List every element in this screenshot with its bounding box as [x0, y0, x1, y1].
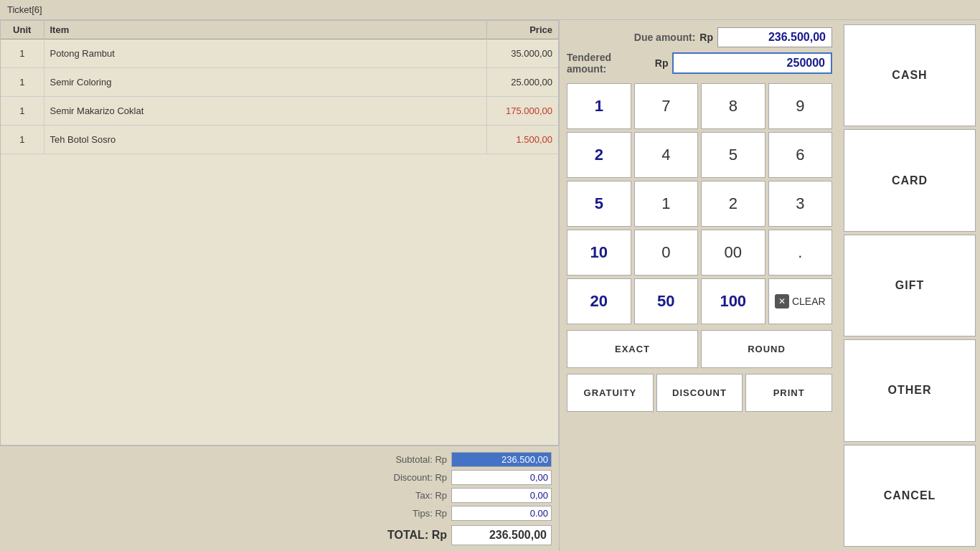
numpad-btn-10[interactable]: 10: [567, 230, 631, 276]
payment-section: CASH CARD GIFT OTHER CANCEL: [839, 20, 980, 551]
exact-button[interactable]: EXACT: [567, 330, 698, 368]
numpad-btn-9[interactable]: 9: [768, 83, 833, 129]
due-currency: Rp: [699, 32, 713, 43]
row-item: Teh Botol Sosro: [44, 126, 486, 154]
numpad-btn-00[interactable]: 00: [701, 230, 765, 276]
numpad-btn-20[interactable]: 20: [567, 278, 631, 324]
discount-button[interactable]: DISCOUNT: [656, 374, 743, 412]
numpad-btn-7[interactable]: 7: [634, 83, 699, 129]
tips-row: Tips: Rp: [7, 506, 552, 521]
numpad-btn-1[interactable]: 1: [634, 181, 699, 227]
col-header-unit: Unit: [1, 21, 44, 39]
numpad-btn-4[interactable]: 4: [634, 132, 699, 178]
row-unit: 1: [1, 126, 44, 154]
numpad-btn-2[interactable]: 2: [567, 132, 631, 178]
clear-icon: ✕: [775, 294, 789, 309]
clear-button[interactable]: ✕ CLEAR: [768, 278, 833, 324]
ticket-title: Ticket[6]: [0, 0, 980, 20]
numpad-section: Due amount: Rp 236.500,00 Tendered amoun…: [560, 20, 839, 551]
gift-button[interactable]: GIFT: [844, 235, 976, 336]
row-unit: 1: [1, 39, 44, 68]
tips-label: Tips: Rp: [361, 508, 447, 519]
row-price: 175.000,00: [486, 97, 558, 126]
discount-row: Discount: Rp: [7, 470, 552, 485]
due-value: 236.500,00: [717, 27, 832, 47]
discount-input[interactable]: [451, 470, 552, 485]
print-button[interactable]: PRINT: [745, 374, 832, 412]
subtotal-label: Subtotal: Rp: [361, 454, 447, 465]
numpad-btn-50[interactable]: 50: [634, 278, 699, 324]
row-item: Semir Makarizo Coklat: [44, 97, 486, 126]
other-button[interactable]: OTHER: [844, 339, 976, 441]
row-item: Semir Coloring: [44, 68, 486, 97]
discount-label: Discount: Rp: [361, 472, 447, 483]
gratuity-button[interactable]: GRATUITY: [567, 374, 654, 412]
numpad-btn-2[interactable]: 2: [701, 181, 765, 227]
subtotal-row: Subtotal: Rp: [7, 452, 552, 467]
amount-display: Due amount: Rp 236.500,00 Tendered amoun…: [567, 27, 832, 75]
table-row: 1 Semir Makarizo Coklat 175.000,00: [1, 97, 558, 126]
ticket-section: Unit Item Price 1 Potong Rambut 35.000,0…: [0, 20, 560, 551]
numpad-btn-5[interactable]: 5: [701, 132, 765, 178]
tendered-amount-row: Tendered amount: Rp: [567, 52, 832, 75]
tax-row: Tax: Rp: [7, 488, 552, 503]
table-row: 1 Semir Coloring 25.000,00: [1, 68, 558, 97]
row-item: Potong Rambut: [44, 39, 486, 68]
row-price: 1.500,00: [486, 126, 558, 154]
numpad-btn-100[interactable]: 100: [701, 278, 765, 324]
numpad-btn-0[interactable]: 0: [634, 230, 699, 276]
cancel-button[interactable]: CANCEL: [844, 445, 976, 547]
total-final-label: TOTAL: Rp: [387, 529, 447, 542]
numpad-btn-5[interactable]: 5: [567, 181, 631, 227]
exact-round-row: EXACT ROUND: [567, 330, 832, 368]
row-unit: 1: [1, 97, 44, 126]
total-final-row: TOTAL: Rp: [7, 525, 552, 545]
ticket-table: Unit Item Price 1 Potong Rambut 35.000,0…: [1, 21, 558, 154]
numpad-btn-1[interactable]: 1: [567, 83, 631, 129]
row-price: 25.000,00: [486, 68, 558, 97]
numpad-grid: 17892456512310000.2050100✕ CLEAR: [567, 83, 832, 324]
row-unit: 1: [1, 68, 44, 97]
table-row: 1 Teh Botol Sosro 1.500,00: [1, 126, 558, 154]
table-row: 1 Potong Rambut 35.000,00: [1, 39, 558, 68]
col-header-price: Price: [486, 21, 558, 39]
cash-button[interactable]: CASH: [844, 24, 976, 126]
row-price: 35.000,00: [486, 39, 558, 68]
totals-section: Subtotal: Rp Discount: Rp Tax: Rp Tips: …: [0, 446, 559, 551]
tax-input[interactable]: [451, 488, 552, 503]
col-header-item: Item: [44, 21, 486, 39]
total-final-input[interactable]: [451, 525, 552, 545]
due-amount-row: Due amount: Rp 236.500,00: [567, 27, 832, 47]
bottom-action-row: GRATUITY DISCOUNT PRINT: [567, 374, 832, 412]
numpad-btn-8[interactable]: 8: [701, 83, 765, 129]
subtotal-input[interactable]: [451, 452, 552, 467]
tendered-currency: Rp: [655, 57, 669, 69]
tendered-input[interactable]: [672, 52, 832, 74]
numpad-btn-.[interactable]: .: [768, 230, 833, 276]
tendered-label: Tendered amount:: [567, 52, 651, 75]
ticket-table-wrapper: Unit Item Price 1 Potong Rambut 35.000,0…: [0, 20, 559, 446]
round-button[interactable]: ROUND: [701, 330, 832, 368]
card-button[interactable]: CARD: [844, 129, 976, 231]
numpad-btn-6[interactable]: 6: [768, 132, 833, 178]
numpad-btn-3[interactable]: 3: [768, 181, 833, 227]
due-label: Due amount:: [634, 32, 696, 43]
tips-input[interactable]: [451, 506, 552, 521]
tax-label: Tax: Rp: [361, 490, 447, 501]
